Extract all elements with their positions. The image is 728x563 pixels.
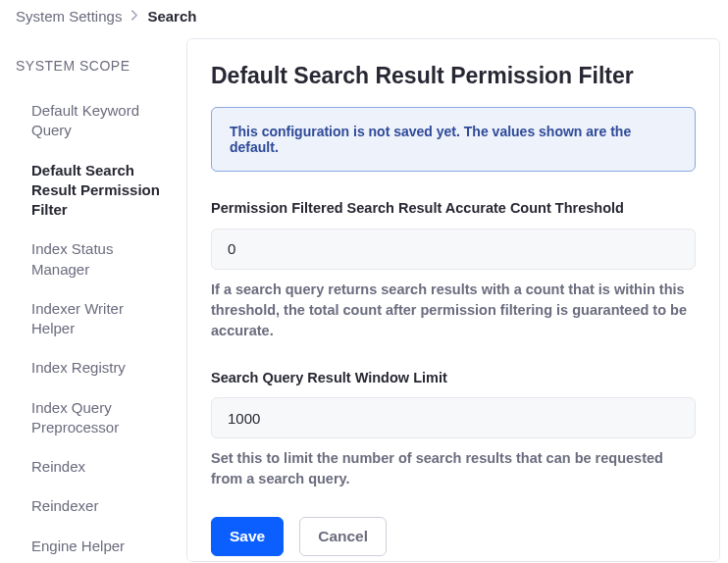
sidebar-item-engine-helper[interactable]: Engine Helper — [16, 527, 171, 563]
settings-card: Default Search Result Permission Filter … — [186, 38, 720, 562]
button-row: Save Cancel — [211, 517, 696, 556]
sidebar-list: Default Keyword Query Default Search Res… — [16, 91, 171, 562]
field-window-limit-input[interactable] — [211, 397, 696, 438]
field-threshold-help: If a search query returns search results… — [211, 280, 696, 341]
sidebar-item-reindexer[interactable]: Reindexer — [16, 486, 171, 526]
sidebar-item-indexer-writer-helper[interactable]: Indexer Writer Helper — [16, 289, 171, 349]
save-button[interactable]: Save — [211, 517, 284, 556]
page-title: Default Search Result Permission Filter — [211, 63, 696, 89]
info-alert: This configuration is not saved yet. The… — [211, 107, 696, 172]
sidebar-item-index-query-preprocessor[interactable]: Index Query Preprocessor — [16, 388, 171, 448]
field-threshold-input[interactable] — [211, 229, 696, 270]
cancel-button[interactable]: Cancel — [299, 517, 387, 556]
breadcrumb: System Settings Search — [0, 0, 728, 38]
field-threshold: Permission Filtered Search Result Accura… — [211, 199, 696, 341]
field-window-limit: Search Query Result Window Limit Set thi… — [211, 369, 696, 490]
field-threshold-label: Permission Filtered Search Result Accura… — [211, 199, 696, 219]
breadcrumb-current: Search — [147, 8, 196, 25]
field-window-limit-label: Search Query Result Window Limit — [211, 369, 696, 388]
main-content: Default Search Result Permission Filter … — [186, 38, 728, 562]
field-window-limit-help: Set this to limit the number of search r… — [211, 448, 696, 489]
sidebar-heading: SYSTEM SCOPE — [16, 58, 171, 74]
chevron-right-icon — [130, 9, 138, 24]
sidebar-item-index-status-manager[interactable]: Index Status Manager — [16, 230, 171, 289]
sidebar-item-index-registry[interactable]: Index Registry — [16, 348, 171, 387]
sidebar-item-reindex[interactable]: Reindex — [16, 447, 171, 486]
sidebar-item-default-keyword-query[interactable]: Default Keyword Query — [16, 91, 171, 151]
sidebar-item-default-search-result-permission-filter[interactable]: Default Search Result Permission Filter — [16, 151, 171, 230]
sidebar: SYSTEM SCOPE Default Keyword Query Defau… — [0, 38, 186, 562]
breadcrumb-parent[interactable]: System Settings — [16, 8, 122, 25]
